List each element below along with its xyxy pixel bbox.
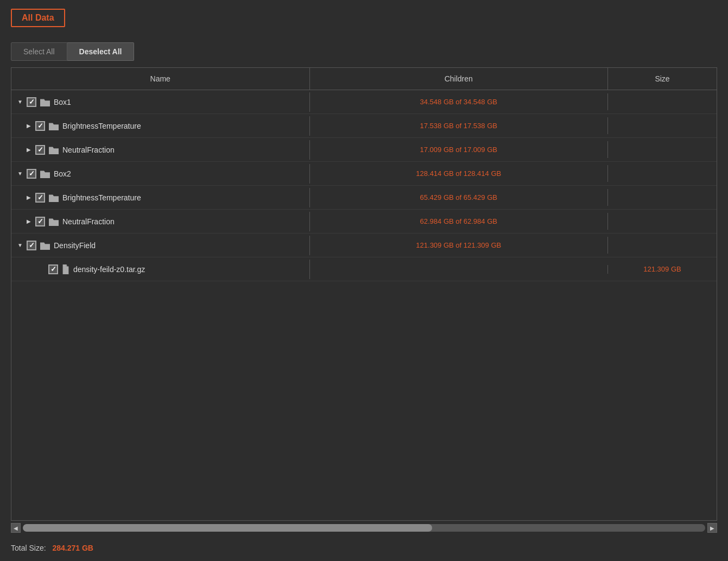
checkbox-neutralfraction2[interactable] [35, 217, 45, 226]
folder-icon [47, 216, 60, 227]
name-cell-box1: Box1 [11, 92, 310, 112]
scroll-left-arrow[interactable]: ◀ [11, 523, 21, 533]
toggle-arrow-box2[interactable] [16, 169, 24, 178]
total-size-label: Total Size: [11, 544, 46, 552]
folder-icon [47, 144, 60, 155]
checkbox-box1[interactable] [27, 97, 36, 107]
size-cell-brightness1 [608, 122, 717, 130]
name-cell-brightness2: BrightnessTemperature [11, 188, 310, 207]
top-bar: All Data [0, 0, 728, 31]
folder-icon [47, 121, 60, 131]
scrollbar-area: ◀ ▶ [0, 521, 728, 535]
table-body: Box1 34.548 GB of 34.548 GB BrightnessTe… [11, 90, 717, 520]
scrollbar-track[interactable] [23, 524, 705, 532]
folder-icon [39, 168, 52, 179]
action-buttons-row: Select All Deselect All [0, 31, 728, 67]
folder-icon [47, 192, 60, 203]
table-row: density-feild-z0.tar.gz 121.309 GB [11, 257, 717, 281]
size-cell-neutralfraction1 [608, 146, 717, 154]
children-cell-brightness2: 65.429 GB of 65.429 GB [310, 189, 609, 206]
table-row: BrightnessTemperature 65.429 GB of 65.42… [11, 186, 717, 210]
col-children: Children [310, 68, 609, 90]
name-cell-box2: Box2 [11, 164, 310, 184]
checkbox-densityfile[interactable] [48, 264, 58, 274]
item-name-densityfile: density-feild-z0.tar.gz [73, 265, 145, 274]
checkbox-neutralfraction1[interactable] [35, 145, 45, 155]
col-name: Name [11, 68, 310, 90]
folder-icon [39, 240, 52, 251]
folder-icon [39, 97, 52, 108]
size-cell-brightness2 [608, 193, 717, 202]
children-cell-neutralfraction2: 62.984 GB of 62.984 GB [310, 213, 609, 230]
size-cell-box2 [608, 169, 717, 178]
table-row: NeutralFraction 62.984 GB of 62.984 GB [11, 210, 717, 234]
checkbox-brightness1[interactable] [35, 121, 45, 131]
name-cell-brightness1: BrightnessTemperature [11, 116, 310, 136]
table-header: Name Children Size [11, 68, 717, 90]
item-name-brightness1: BrightnessTemperature [62, 122, 141, 130]
scroll-right-arrow[interactable]: ▶ [707, 523, 717, 533]
children-cell-densityfield: 121.309 GB of 121.309 GB [310, 237, 609, 254]
item-name-densityfield: DensityField [54, 241, 96, 250]
checkbox-brightness2[interactable] [35, 193, 45, 203]
toggle-arrow-box1[interactable] [16, 98, 24, 106]
item-name-box1: Box1 [54, 98, 71, 106]
toggle-arrow-brightness1[interactable] [24, 122, 33, 130]
all-data-button[interactable]: All Data [11, 9, 65, 27]
toggle-arrow-densityfield[interactable] [16, 241, 24, 250]
name-cell-neutralfraction2: NeutralFraction [11, 212, 310, 231]
size-cell-box1 [608, 98, 717, 106]
size-cell-densityfile: 121.309 GB [608, 261, 717, 278]
children-cell-brightness1: 17.538 GB of 17.538 GB [310, 117, 609, 134]
item-name-neutralfraction1: NeutralFraction [62, 146, 115, 154]
size-cell-neutralfraction2 [608, 217, 717, 226]
deselect-all-button[interactable]: Deselect All [67, 42, 135, 61]
checkbox-densityfield[interactable] [27, 241, 36, 250]
table-row: BrightnessTemperature 17.538 GB of 17.53… [11, 114, 717, 138]
scrollbar-thumb [23, 524, 432, 532]
name-cell-densityfile: density-feild-z0.tar.gz [11, 260, 310, 279]
children-cell-box2: 128.414 GB of 128.414 GB [310, 165, 609, 182]
item-name-brightness2: BrightnessTemperature [62, 193, 141, 202]
file-icon [60, 264, 71, 275]
name-cell-neutralfraction1: NeutralFraction [11, 140, 310, 160]
children-cell-densityfile [310, 265, 609, 274]
file-tree-table: Name Children Size Box1 34.548 GB of 34.… [11, 67, 717, 521]
checkbox-box2[interactable] [27, 169, 36, 179]
name-cell-densityfield: DensityField [11, 236, 310, 255]
toggle-arrow-neutralfraction1[interactable] [24, 146, 33, 154]
children-cell-box1: 34.548 GB of 34.548 GB [310, 93, 609, 110]
table-row: NeutralFraction 17.009 GB of 17.009 GB [11, 138, 717, 162]
table-row: Box2 128.414 GB of 128.414 GB [11, 162, 717, 186]
item-name-neutralfraction2: NeutralFraction [62, 217, 115, 226]
table-row: Box1 34.548 GB of 34.548 GB [11, 90, 717, 114]
toggle-arrow-brightness2[interactable] [24, 193, 33, 202]
size-cell-densityfield [608, 241, 717, 250]
total-size-value: 284.271 GB [52, 544, 93, 552]
table-row: DensityField 121.309 GB of 121.309 GB [11, 234, 717, 257]
toggle-arrow-neutralfraction2[interactable] [24, 217, 33, 226]
footer: Total Size: 284.271 GB [0, 535, 728, 561]
col-size: Size [608, 68, 717, 90]
select-all-button[interactable]: Select All [11, 42, 67, 61]
item-name-box2: Box2 [54, 169, 71, 178]
children-cell-neutralfraction1: 17.009 GB of 17.009 GB [310, 141, 609, 158]
